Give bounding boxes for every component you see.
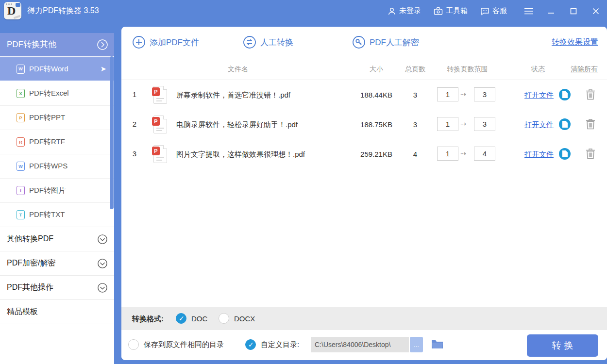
sidebar-item-label: PDF转PPT — [29, 113, 65, 122]
pdf-decrypt-button[interactable]: PDF人工解密 — [352, 35, 419, 49]
file-size: 188.75KB — [347, 120, 405, 129]
sidebar-section-other-to-pdf[interactable]: 其他转换PDF — [0, 227, 114, 251]
col-status: 状态 — [520, 65, 556, 74]
page-count: 3 — [401, 91, 430, 99]
add-pdf-label: 添加PDF文件 — [150, 37, 199, 48]
range-to-input[interactable] — [474, 147, 495, 161]
sidebar-item-label: PDF转RTF — [29, 137, 65, 147]
open-file-link[interactable]: 打开文件 — [524, 120, 554, 130]
maximize-icon — [570, 8, 577, 15]
open-file-link[interactable]: 打开文件 — [524, 150, 554, 159]
browse-button[interactable]: ... — [410, 337, 423, 352]
convert-button[interactable]: 转 换 — [527, 334, 598, 357]
file-name: 电脑录屏软件，轻松录屏好助手！.pdf — [176, 120, 298, 130]
close-button[interactable] — [590, 6, 601, 17]
range-from-input[interactable] — [437, 147, 458, 161]
custom-dir-radio[interactable] — [245, 339, 256, 350]
range-from-input[interactable] — [437, 117, 458, 131]
sidebar-section-pdf-other-ops[interactable]: PDF其他操作 — [0, 276, 114, 300]
sidebar-item-pdf-to-word[interactable]: W PDF转Word ➤ — [0, 57, 114, 81]
sidebar-item-pdf-to-image[interactable]: I PDF转图片 — [0, 179, 114, 203]
save-same-dir-label: 保存到原文件相同的目录 — [144, 340, 224, 349]
file-size: 259.21KB — [347, 150, 405, 158]
file-name: 屏幕录制软件，首选它准没错！.pdf — [176, 91, 290, 100]
folder-icon[interactable] — [431, 339, 443, 351]
chevron-down-circle-icon — [97, 234, 108, 245]
delete-row-button[interactable] — [586, 148, 595, 161]
hamburger-icon — [524, 8, 534, 15]
save-same-dir-option[interactable]: 保存到原文件相同的目录 — [128, 339, 224, 350]
pdf-file-icon: P — [153, 116, 167, 133]
custom-dir-label: 自定义目录: — [261, 340, 299, 349]
pdf-decrypt-label: PDF人工解密 — [370, 37, 419, 48]
txt-file-icon: T — [17, 210, 25, 219]
ppt-file-icon: P — [17, 113, 25, 122]
sidebar-section-pdf-encrypt-decrypt[interactable]: PDF加密/解密 — [0, 251, 114, 276]
wps-file-icon: W — [17, 162, 25, 171]
save-same-dir-radio[interactable] — [128, 339, 139, 350]
add-pdf-button[interactable]: 添加PDF文件 — [132, 35, 199, 49]
toolbox-button[interactable]: 工具箱 — [434, 6, 468, 16]
range-from-input[interactable] — [437, 87, 458, 101]
col-size: 大小 — [352, 65, 401, 74]
table-header: 文件名 大小 总页数 转换页数范围 状态 清除所有 — [121, 58, 607, 80]
chevron-right-circle-icon — [97, 39, 108, 50]
format-label: 转换格式: — [132, 314, 164, 324]
chevron-down-circle-icon — [97, 282, 108, 293]
format-option-doc[interactable]: DOC — [176, 313, 207, 324]
file-circle-icon[interactable] — [559, 148, 571, 160]
user-icon — [388, 7, 396, 16]
table-row: 3 P 图片文字提取，这样做效果很理想！.pdf 259.21KB 4 ⇢ 打开… — [121, 139, 607, 169]
sidebar-item-pdf-to-wps[interactable]: W PDF转WPS — [0, 154, 114, 179]
range-to-input[interactable] — [474, 117, 495, 131]
close-icon — [592, 8, 599, 15]
row-index: 2 — [127, 120, 142, 128]
file-circle-icon[interactable] — [559, 118, 571, 130]
docx-radio[interactable] — [219, 313, 229, 324]
sidebar-item-pdf-to-rtf[interactable]: R PDF转RTF — [0, 130, 114, 154]
section-label: PDF其他操作 — [7, 282, 53, 293]
sidebar-item-pdf-to-txt[interactable]: T PDF转TXT — [0, 203, 114, 227]
open-file-link[interactable]: 打开文件 — [524, 91, 554, 100]
range-arrow-icon: ⇢ — [460, 149, 466, 157]
pdf-badge: P — [152, 87, 160, 96]
delete-row-button[interactable] — [586, 89, 595, 102]
logo-letter: D — [7, 4, 16, 17]
convert-settings-link[interactable]: 转换效果设置 — [552, 37, 598, 48]
minimize-button[interactable] — [546, 6, 556, 17]
sidebar-item-pdf-to-ppt[interactable]: P PDF转PPT — [0, 106, 114, 130]
title-bar: D 得力PDF转换器 3.53 未登录 工具箱 客服 — [0, 0, 607, 22]
pdf-file-icon: P — [153, 145, 167, 163]
toolbox-label: 工具箱 — [446, 6, 468, 16]
range-to-input[interactable] — [474, 87, 495, 101]
trash-icon — [586, 118, 595, 130]
clear-all-link[interactable]: 清除所有 — [566, 65, 602, 74]
doc-radio[interactable] — [176, 313, 186, 324]
col-pages: 总页数 — [401, 65, 430, 74]
sidebar-item-label: PDF转TXT — [29, 210, 65, 219]
chevron-down-circle-icon — [97, 258, 108, 269]
swap-circle-icon — [243, 35, 256, 49]
custom-dir-option[interactable]: 自定义目录: — [245, 339, 299, 350]
support-button[interactable]: 客服 — [480, 6, 507, 16]
sidebar-section-templates[interactable]: 精品模板 — [0, 300, 114, 324]
delete-row-button[interactable] — [586, 118, 595, 132]
table-row: 1 P 屏幕录制软件，首选它准没错！.pdf 188.44KB 3 ⇢ 打开文件 — [121, 80, 607, 110]
rtf-file-icon: R — [17, 137, 25, 147]
doc-label: DOC — [191, 314, 207, 323]
menu-button[interactable] — [523, 6, 534, 17]
sidebar: PDF转换其他 W PDF转Word ➤ X PDF转Excel P PDF转P… — [0, 33, 114, 364]
sidebar-header-pdf-convert-other[interactable]: PDF转换其他 — [0, 33, 114, 57]
col-range: 转换页数范围 — [437, 65, 498, 74]
file-circle-icon[interactable] — [559, 89, 571, 100]
file-size: 188.44KB — [347, 91, 405, 99]
sidebar-item-pdf-to-excel[interactable]: X PDF转Excel — [0, 82, 114, 106]
sidebar-scrollbar[interactable] — [110, 56, 114, 209]
manual-convert-button[interactable]: 人工转换 — [243, 35, 293, 49]
docx-label: DOCX — [234, 314, 255, 323]
login-button[interactable]: 未登录 — [388, 6, 421, 16]
output-path-input[interactable] — [311, 337, 409, 352]
format-option-docx[interactable]: DOCX — [219, 313, 255, 324]
maximize-button[interactable] — [568, 6, 579, 17]
pdf-badge: P — [152, 117, 160, 126]
